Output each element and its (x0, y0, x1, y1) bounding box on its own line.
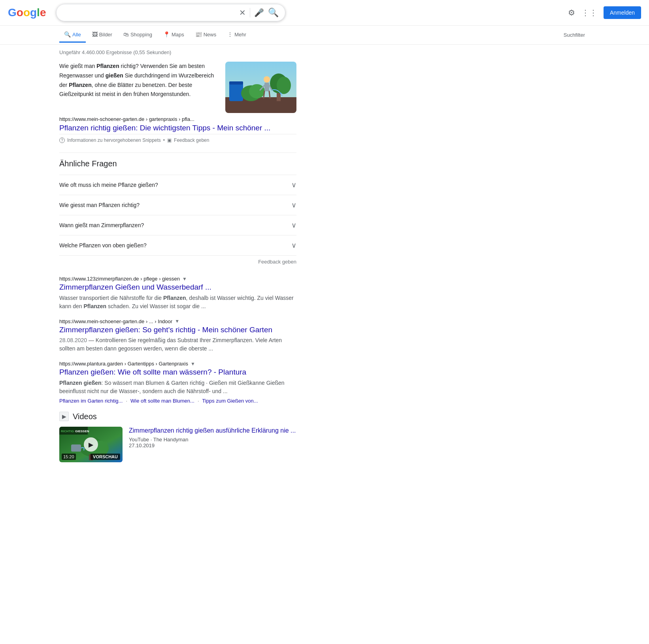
snippet-url: https://www.mein-schoener-garten.de › ga… (59, 116, 296, 122)
nav-item-shopping[interactable]: 🛍 Shopping (119, 27, 157, 43)
result-title-0[interactable]: Zimmerpflanzen Gießen und Wasserbedarf .… (59, 282, 296, 292)
result-date-1: 28.08.2020 (59, 337, 87, 343)
question-text-2: Wann gießt man Zimmerpflanzen? (59, 222, 144, 228)
search-result-0: https://www.123zimmerpflanzen.de › pfleg… (59, 276, 296, 311)
result-description-2: Pflanzen gießen: So wässert man Blumen &… (59, 379, 296, 395)
mehr-icon: ⋮ (227, 31, 233, 38)
result-dropdown-icon-1[interactable]: ▼ (175, 318, 179, 324)
signin-button[interactable]: Anmelden (604, 6, 641, 19)
svg-rect-21 (71, 444, 81, 452)
result-url-1: https://www.mein-schoener-garten.de › ..… (59, 318, 296, 324)
nav-item-maps[interactable]: 📍 Maps (158, 27, 189, 43)
result-url-2: https://www.plantura.garden › Gartentipp… (59, 361, 296, 367)
result-breadcrumb-text-1: https://www.mein-schoener-garten.de › ..… (59, 318, 172, 324)
search-result-2: https://www.plantura.garden › Gartentipp… (59, 361, 296, 404)
snippet-info-text[interactable]: Informationen zu hervorgehobenen Snippet… (67, 137, 161, 143)
mic-icon[interactable]: 🎤 (254, 8, 264, 17)
question-item-1[interactable]: Wie giesst man Pflanzen richtig? ∨ (59, 195, 296, 215)
snippet-image (225, 62, 296, 113)
result-breadcrumb-text-0: https://www.123zimmerpflanzen.de › pfleg… (59, 276, 180, 282)
result-dropdown-icon-2[interactable]: ▼ (191, 361, 195, 367)
result-count: Ungefähr 4.460.000 Ergebnisse (0,55 Seku… (59, 49, 296, 55)
question-item-2[interactable]: Wann gießt man Zimmerpflanzen? ∨ (59, 215, 296, 235)
snippet-link[interactable]: Pflanzen richtig gießen: Die wichtigsten… (59, 124, 296, 132)
video-source-0: YouTube · The Handyman (129, 437, 296, 443)
svg-line-14 (269, 91, 270, 98)
settings-icon[interactable]: ⚙ (568, 8, 575, 17)
info-icon: ? (59, 137, 65, 143)
snippet-meta-dot: • (163, 137, 165, 143)
chevron-icon-3: ∨ (291, 241, 296, 250)
suchfilter-button[interactable]: Suchfilter (559, 28, 590, 42)
snippet-meta: ? Informationen zu hervorgehobenen Snipp… (59, 134, 296, 146)
maps-icon: 📍 (163, 31, 170, 38)
alle-icon: 🔍 (64, 31, 71, 38)
nav-item-news[interactable]: 📰 News (191, 27, 221, 43)
header: Google pflanze gießen ✕ 🎤 🔍 ⚙ ⋮⋮ Anmelde… (0, 0, 649, 26)
svg-text:RICHTIG: RICHTIG (61, 429, 74, 433)
svg-point-15 (280, 93, 282, 94)
sublink-0[interactable]: Pflanzen im Garten richtig... (59, 398, 123, 404)
video-date-0: 27.10.2019 (129, 443, 296, 448)
video-info-0: Zimmerpflanzen richtig gießen ausführlic… (129, 427, 296, 448)
sublink-1[interactable]: Wie oft sollte man Blumen... (130, 398, 194, 404)
google-logo[interactable]: Google (8, 6, 46, 19)
questions-feedback-text[interactable]: Feedback geben (258, 259, 296, 265)
result-sublinks-2: Pflanzen im Garten richtig... · Wie oft … (59, 398, 296, 404)
snippet-bold-1: Pflanzen (96, 63, 119, 69)
divider-1 (59, 153, 296, 153)
similar-questions-title: Ähnliche Fragen (59, 159, 296, 168)
snippet-bold-2: gießen (106, 72, 123, 79)
nav-news-label: News (204, 32, 217, 38)
svg-line-13 (264, 91, 264, 98)
questions-feedback: Feedback geben (59, 256, 296, 268)
similar-questions: Ähnliche Fragen Wie oft muss ich meine P… (59, 159, 296, 268)
question-text-3: Welche Pflanzen von oben gießen? (59, 242, 147, 249)
videos-title: ▶ Videos (59, 412, 296, 421)
chevron-icon-0: ∨ (291, 181, 296, 189)
main-content: Ungefähr 4.460.000 Ergebnisse (0,55 Seku… (0, 45, 356, 467)
feedback-button[interactable]: Feedback geben (174, 137, 209, 143)
shopping-icon: 🛍 (123, 31, 129, 38)
videos-section-label: Videos (73, 412, 97, 421)
result-description-1: 28.08.2020 — Kontrollieren Sie regelmäßi… (59, 336, 296, 353)
result-dropdown-icon-0[interactable]: ▼ (182, 276, 187, 282)
result-breadcrumb-text-2: https://www.plantura.garden › Gartentipp… (59, 361, 188, 367)
sublink-2[interactable]: Tipps zum Gießen von... (202, 398, 258, 404)
search-result-1: https://www.mein-schoener-garten.de › ..… (59, 318, 296, 353)
video-card-0: RICHTIG GIESSEN 15:20 VORSCHAU ▶ Zimmerp… (59, 427, 296, 462)
svg-point-16 (281, 95, 283, 96)
sublink-sep-0: · (126, 398, 127, 404)
search-input[interactable]: pflanze gießen (63, 9, 239, 16)
nav-item-bilder[interactable]: 🖼 Bilder (87, 27, 117, 43)
svg-rect-3 (229, 81, 243, 85)
nav-item-alle[interactable]: 🔍 Alle (59, 27, 86, 43)
divider-line (250, 8, 250, 17)
video-thumbnail-0[interactable]: RICHTIG GIESSEN 15:20 VORSCHAU ▶ (59, 427, 123, 462)
feedback-icon-small: ▣ (167, 137, 172, 143)
bilder-icon: 🖼 (92, 31, 98, 38)
question-text-1: Wie giesst man Pflanzen richtig? (59, 202, 140, 208)
nav-bilder-label: Bilder (99, 32, 112, 38)
nav-item-mehr[interactable]: ⋮ Mehr (223, 27, 251, 43)
result-title-1[interactable]: Zimmerpflanzen gießen: So geht's richtig… (59, 325, 296, 335)
search-nav: 🔍 Alle 🖼 Bilder 🛍 Shopping 📍 Maps 📰 News… (0, 26, 649, 45)
search-actions: ✕ 🎤 🔍 (239, 8, 279, 18)
svg-rect-10 (264, 83, 269, 91)
nav-alle-label: Alle (72, 32, 81, 38)
search-icon[interactable]: 🔍 (268, 8, 279, 18)
nav-shopping-label: Shopping (130, 32, 152, 38)
search-box: pflanze gießen ✕ 🎤 🔍 (56, 4, 285, 21)
play-icon-0: ▶ (84, 437, 98, 452)
clear-icon[interactable]: ✕ (239, 9, 246, 17)
featured-snippet: Wie gießt man Pflanzen richtig? Verwende… (59, 62, 296, 113)
apps-icon[interactable]: ⋮⋮ (581, 8, 597, 17)
result-title-2[interactable]: Pflanzen gießen: Wie oft sollte man wäss… (59, 367, 296, 377)
question-item-3[interactable]: Welche Pflanzen von oben gießen? ∨ (59, 235, 296, 256)
question-item-0[interactable]: Wie oft muss ich meine Pflanze gießen? ∨ (59, 175, 296, 195)
video-title-0[interactable]: Zimmerpflanzen richtig gießen ausführlic… (129, 427, 296, 435)
svg-text:GIESSEN: GIESSEN (75, 429, 89, 433)
result-description-0: Wasser transportiert die Nährstoffe für … (59, 294, 296, 311)
nav-mehr-label: Mehr (234, 32, 246, 38)
snippet-text-block: Wie gießt man Pflanzen richtig? Verwende… (59, 62, 217, 113)
